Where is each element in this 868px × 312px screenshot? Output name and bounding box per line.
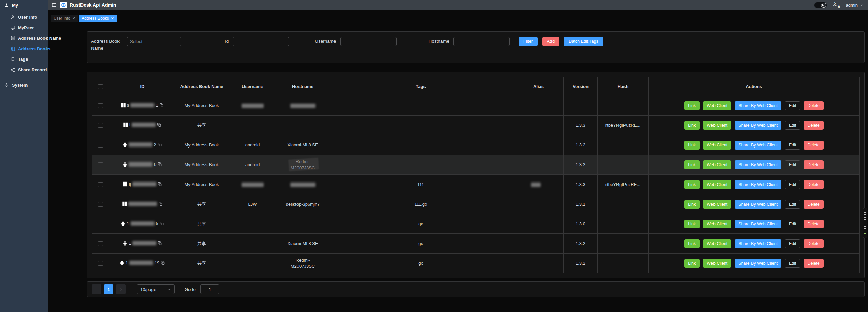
share-by-web-client-button[interactable]: Share By Web Client: [735, 121, 781, 130]
address-book-name-select[interactable]: Select: [127, 37, 181, 46]
row-checkbox[interactable]: [98, 143, 103, 148]
edit-button[interactable]: Edit: [785, 220, 800, 228]
share-by-web-client-button[interactable]: Share By Web Client: [735, 160, 781, 169]
edit-button[interactable]: Edit: [785, 160, 800, 169]
next-page-button[interactable]: [116, 284, 126, 294]
link-button[interactable]: Link: [684, 121, 700, 130]
sidebar-item-address-book-name[interactable]: Address Book Name: [0, 33, 48, 44]
web-client-button[interactable]: Web Client: [703, 220, 731, 228]
copy-icon[interactable]: [160, 221, 164, 226]
web-client-button[interactable]: Web Client: [703, 141, 731, 150]
share-by-web-client-button[interactable]: Share By Web Client: [735, 141, 781, 150]
copy-icon[interactable]: [158, 182, 162, 186]
table-row[interactable]: 2My Address BookandroidXiaomi-MI 8 SE1.3…: [92, 135, 860, 155]
web-client-button[interactable]: Web Client: [703, 160, 731, 169]
goto-page-input[interactable]: [200, 284, 219, 294]
web-client-button[interactable]: Web Client: [703, 180, 731, 189]
copy-icon[interactable]: [158, 162, 162, 167]
copy-icon[interactable]: [158, 202, 163, 206]
table-row[interactable]: 1共享Xiaomi-MI 8 SEgx1.3.2LinkWeb ClientSh…: [92, 234, 860, 254]
theme-toggle[interactable]: [814, 2, 827, 8]
share-by-web-client-button[interactable]: Share By Web Client: [735, 200, 781, 209]
table-row[interactable]: s1My Address BookLinkWeb ClientShare By …: [92, 96, 860, 116]
admin-user-dropdown[interactable]: admin: [846, 3, 863, 8]
row-checkbox[interactable]: [98, 261, 103, 266]
copy-icon[interactable]: [157, 123, 161, 127]
link-button[interactable]: Link: [684, 180, 700, 189]
username-input[interactable]: [340, 37, 397, 46]
sidebar-group-system[interactable]: System: [0, 80, 48, 90]
delete-button[interactable]: Delete: [804, 141, 824, 150]
delete-button[interactable]: Delete: [804, 101, 824, 110]
row-checkbox[interactable]: [98, 241, 103, 246]
hamburger-menu-icon[interactable]: [51, 2, 57, 8]
copy-icon[interactable]: [158, 142, 162, 147]
sidebar-item-tags[interactable]: Tags: [0, 54, 48, 65]
delete-button[interactable]: Delete: [804, 220, 824, 228]
web-client-button[interactable]: Web Client: [703, 200, 731, 209]
share-by-web-client-button[interactable]: Share By Web Client: [735, 101, 781, 110]
row-checkbox[interactable]: [98, 182, 103, 187]
share-by-web-client-button[interactable]: Share By Web Client: [735, 220, 781, 228]
scroll-marker-widget[interactable]: [863, 208, 867, 238]
link-button[interactable]: Link: [684, 200, 700, 209]
delete-button[interactable]: Delete: [804, 121, 824, 130]
add-button[interactable]: Add: [542, 37, 559, 46]
delete-button[interactable]: Delete: [804, 180, 824, 189]
prev-page-button[interactable]: [92, 284, 101, 294]
edit-button[interactable]: Edit: [785, 101, 800, 110]
sidebar-group-my[interactable]: My: [0, 0, 48, 10]
link-button[interactable]: Link: [684, 220, 700, 228]
close-icon[interactable]: ✕: [72, 17, 75, 20]
edit-button[interactable]: Edit: [785, 141, 800, 150]
web-client-button[interactable]: Web Client: [703, 121, 731, 130]
language-translate-icon[interactable]: 文A: [833, 2, 840, 8]
share-by-web-client-button[interactable]: Share By Web Client: [735, 180, 781, 189]
link-button[interactable]: Link: [684, 141, 700, 150]
tab-user-info[interactable]: User Info ✕: [51, 15, 78, 22]
tab-address-books[interactable]: Address Books ✕: [79, 15, 117, 22]
link-button[interactable]: Link: [684, 239, 700, 248]
sidebar-item-user-info[interactable]: User Info: [0, 12, 48, 22]
table-row[interactable]: 15共享gx1.3.0LinkWeb ClientShare By Web Cl…: [92, 214, 860, 234]
link-button[interactable]: Link: [684, 259, 700, 268]
sidebar-item-address-books[interactable]: Address Books: [0, 44, 48, 54]
link-button[interactable]: Link: [684, 160, 700, 169]
row-checkbox[interactable]: [98, 123, 103, 128]
table-row[interactable]: 119共享Redmi- M2007J3SCgx1.3.2LinkWeb Clie…: [92, 254, 860, 273]
delete-button[interactable]: Delete: [804, 259, 824, 268]
filter-button[interactable]: Filter: [519, 37, 538, 46]
table-row[interactable]: 共享LJWdesktop-3p6mjn7111,gx1.3.1LinkWeb C…: [92, 194, 860, 214]
edit-button[interactable]: Edit: [785, 239, 800, 248]
page-number-button[interactable]: 1: [104, 284, 113, 294]
edit-button[interactable]: Edit: [785, 121, 800, 130]
web-client-button[interactable]: Web Client: [703, 259, 731, 268]
sidebar-item-mypeer[interactable]: MyPeer: [0, 22, 48, 33]
row-checkbox[interactable]: [98, 162, 103, 167]
select-all-checkbox[interactable]: [98, 84, 103, 89]
copy-icon[interactable]: [161, 261, 165, 265]
share-by-web-client-button[interactable]: Share By Web Client: [735, 259, 781, 268]
id-input[interactable]: [233, 37, 289, 46]
web-client-button[interactable]: Web Client: [703, 101, 731, 110]
row-checkbox[interactable]: [98, 103, 103, 108]
close-icon[interactable]: ✕: [111, 17, 114, 20]
web-client-button[interactable]: Web Client: [703, 239, 731, 248]
hostname-input[interactable]: [453, 37, 510, 46]
batch-edit-tags-button[interactable]: Batch Edit Tags: [564, 37, 603, 46]
share-by-web-client-button[interactable]: Share By Web Client: [735, 239, 781, 248]
delete-button[interactable]: Delete: [804, 160, 824, 169]
link-button[interactable]: Link: [684, 101, 700, 110]
row-checkbox[interactable]: [98, 222, 103, 226]
delete-button[interactable]: Delete: [804, 200, 824, 209]
page-size-select[interactable]: 10/page: [137, 284, 175, 294]
table-row[interactable]: IjMy Address Book111---1.3.3rtbeYl4gIPuz…: [92, 175, 860, 194]
row-checkbox[interactable]: [98, 202, 103, 207]
copy-icon[interactable]: [159, 103, 164, 107]
table-row[interactable]: I共享1.3.3rtbeYl4gIPuzRE...LinkWeb ClientS…: [92, 116, 860, 135]
copy-icon[interactable]: [158, 241, 162, 245]
delete-button[interactable]: Delete: [804, 239, 824, 248]
edit-button[interactable]: Edit: [785, 200, 800, 209]
edit-button[interactable]: Edit: [785, 180, 800, 189]
sidebar-item-share-record[interactable]: Share Record: [0, 65, 48, 75]
